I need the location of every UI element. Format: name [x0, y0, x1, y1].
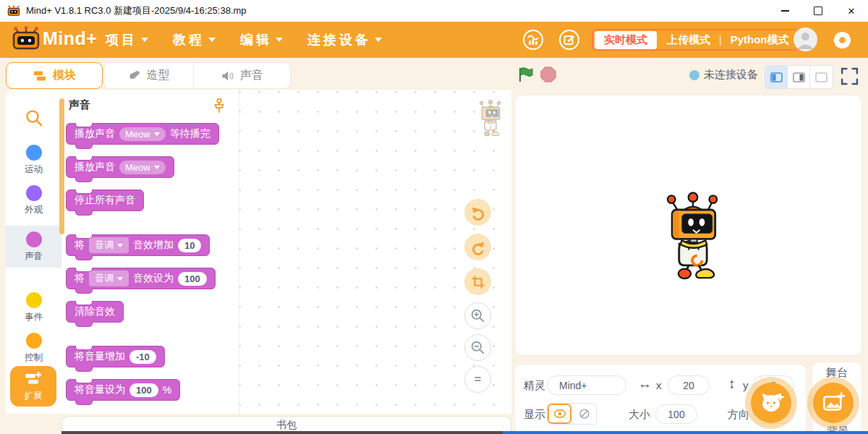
zoom-reset-button[interactable]: = — [464, 366, 491, 393]
mindplus-window: Mind+ V1.8.1 RC3.0 新建项目-2025/9/4-16:25:3… — [0, 0, 868, 434]
sidebar-item-looks[interactable]: 外观 — [6, 179, 61, 216]
block-text: 播放声音 — [75, 161, 115, 174]
value-input[interactable]: 100 — [178, 272, 207, 286]
add-sprite-button[interactable] — [745, 377, 797, 429]
close-button[interactable]: ✕ — [835, 0, 868, 22]
green-flag-button[interactable] — [516, 66, 534, 83]
menu-edit[interactable]: 编辑 — [240, 31, 283, 48]
block-text: 将音量设为 — [75, 383, 125, 396]
sound-dropdown[interactable]: Meow — [119, 161, 166, 174]
green-flag-icon — [516, 66, 534, 83]
block-play-sound[interactable]: 播放声音 Meow — [66, 156, 174, 178]
minimize-button[interactable] — [768, 0, 801, 22]
extension-button[interactable]: 扩展 — [10, 366, 56, 407]
undo-button[interactable] — [464, 199, 491, 226]
caret-down-icon — [141, 38, 148, 42]
user-avatar[interactable] — [793, 27, 817, 51]
block-stop-all-sounds[interactable]: 停止所有声音 — [66, 190, 144, 211]
value-input[interactable]: 100 — [129, 383, 158, 397]
menu-project[interactable]: 项目 — [106, 31, 148, 48]
block-set-effect-to[interactable]: 将 音调 音效设为 100 — [66, 268, 216, 289]
caret-down-icon — [375, 38, 382, 42]
dropdown-value: 音调 — [95, 239, 114, 252]
mindplus-logo[interactable]: Mind+ — [12, 26, 97, 51]
layout-right-button[interactable] — [788, 66, 810, 88]
caret-down-icon — [117, 277, 123, 281]
zoom-in-icon — [470, 308, 485, 323]
effect-dropdown[interactable]: 音调 — [89, 271, 129, 286]
sidebar-item-events[interactable]: 事件 — [6, 286, 61, 323]
add-backdrop-button[interactable] — [807, 377, 859, 429]
category-label: 控制 — [6, 352, 61, 364]
layout-split-button[interactable] — [765, 66, 788, 88]
stats-button[interactable] — [522, 29, 544, 51]
redo-button[interactable] — [464, 234, 491, 260]
stop-button[interactable] — [540, 66, 557, 83]
menu-label: 连接设备 — [307, 31, 371, 48]
robot-watermark — [476, 100, 505, 137]
block-play-sound-until-done[interactable]: 播放声音 Meow 等待播完 — [66, 123, 219, 145]
zoom-out-button[interactable] — [464, 334, 491, 361]
sound-dropdown[interactable]: Meow — [119, 127, 166, 141]
x-label: x — [656, 379, 662, 391]
sidebar-item-control[interactable]: 控制 — [6, 327, 61, 364]
hide-sprite-button[interactable] — [571, 404, 596, 424]
effect-dropdown[interactable]: 音调 — [89, 237, 129, 253]
block-set-volume-to[interactable]: 将音量设为 100 % — [66, 379, 180, 401]
mindplus-logo-icon — [12, 26, 41, 51]
script-workspace[interactable]: = — [239, 90, 511, 414]
category-label: 运动 — [6, 163, 61, 176]
add-backdrop-inner — [813, 383, 854, 423]
zoom-in-button[interactable] — [464, 302, 491, 329]
size-input[interactable] — [655, 404, 697, 424]
category-label: 事件 — [6, 311, 61, 323]
block-change-volume-by[interactable]: 将音量增加 -10 — [66, 346, 165, 367]
maximize-button[interactable] — [801, 0, 835, 22]
fullscreen-button[interactable] — [840, 67, 859, 86]
caret-down-icon — [276, 38, 283, 42]
caret-down-icon — [117, 244, 123, 247]
menu-connect-device[interactable]: 连接设备 — [307, 31, 382, 48]
sprite-label: 精灵 — [524, 379, 545, 393]
x-position-input[interactable] — [668, 375, 710, 395]
tab-costumes[interactable]: 造型 — [103, 62, 193, 89]
settings-button[interactable] — [832, 30, 854, 51]
sprite-name-input[interactable] — [547, 375, 626, 395]
mode-realtime-button[interactable]: 实时模式 — [595, 31, 657, 49]
up-down-arrow-icon: ↕ — [728, 376, 736, 392]
search-button[interactable] — [25, 109, 43, 127]
show-sprite-button[interactable] — [548, 404, 571, 424]
block-text: 将音量增加 — [75, 350, 125, 363]
value-input[interactable]: 10 — [178, 239, 201, 252]
value-input[interactable]: -10 — [129, 350, 156, 364]
mode-upload-button[interactable]: 上传模式 — [658, 33, 719, 47]
edit-icon — [558, 29, 580, 51]
pin-icon — [211, 98, 227, 114]
layout-stage-button[interactable] — [810, 66, 833, 88]
taskbar-strip — [61, 431, 868, 434]
screenshot-crop-button[interactable] — [464, 268, 491, 295]
mindplus-robot-sprite[interactable] — [658, 192, 728, 281]
palette-header: 声音 — [69, 98, 90, 112]
mode-divider: | — [719, 34, 722, 46]
tab-sounds[interactable]: 声音 — [193, 62, 291, 89]
tab-blocks[interactable]: 模块 — [6, 62, 103, 89]
blocks-tab-icon — [33, 69, 47, 82]
mode-python-button[interactable]: Python模式 — [722, 33, 798, 47]
menu-tutorial[interactable]: 教程 — [173, 31, 216, 48]
stage-view[interactable] — [514, 95, 862, 356]
sidebar-item-motion[interactable]: 运动 — [6, 139, 61, 176]
user-avatar-icon — [793, 27, 817, 51]
block-text: % — [163, 384, 171, 396]
looks-color-dot — [26, 185, 42, 201]
maximize-icon — [814, 7, 822, 15]
device-status[interactable]: 未连接设备 — [689, 68, 758, 82]
sidebar-item-sound[interactable]: 声音 — [6, 226, 61, 268]
undo-icon — [470, 205, 486, 221]
edit-project-button[interactable] — [558, 29, 580, 51]
pin-palette-button[interactable] — [211, 98, 227, 114]
block-clear-effects[interactable]: 清除音效 — [66, 301, 124, 323]
block-change-effect-by[interactable]: 将 音调 音效增加 10 — [66, 234, 210, 256]
eye-visible-icon — [553, 408, 567, 420]
palette-scrollbar[interactable] — [59, 98, 64, 234]
